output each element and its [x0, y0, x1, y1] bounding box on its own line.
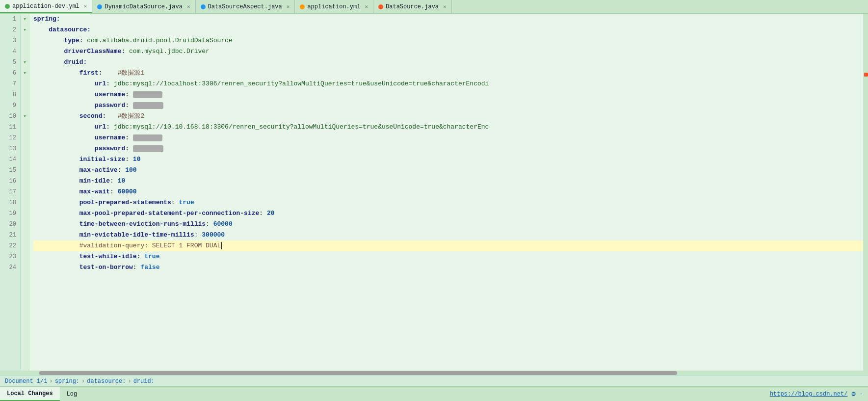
line-num-1: 1	[4, 14, 16, 25]
tab-close-application-yml[interactable]: ✕	[365, 3, 368, 10]
line-num-24: 24	[4, 262, 16, 273]
code-line-13: password:	[33, 143, 863, 154]
tab-label-application-yml: application.yml	[307, 3, 360, 10]
status-url[interactable]: https://blog.csdn.net/	[770, 391, 847, 398]
breadcrumb-spring[interactable]: spring:	[55, 378, 79, 385]
code-line-19: max-pool-prepared-statement-per-connecti…	[33, 208, 863, 219]
fold-cell-2[interactable]: ▾	[21, 25, 29, 35]
code-line-4: driverClassName: com.mysql.jdbc.Driver	[33, 46, 863, 57]
tab-datasource-java[interactable]: DataSource.java ✕	[373, 0, 452, 13]
line-num-7: 7	[4, 79, 16, 89]
fold-cell-10[interactable]: ▾	[21, 111, 29, 122]
code-line-8: username:	[33, 89, 863, 100]
tab-icon-yml	[5, 4, 10, 9]
code-line-17: max-wait: 60000	[33, 187, 863, 197]
code-line-2: datasource:	[33, 25, 863, 35]
line-num-11: 11	[4, 122, 16, 133]
code-line-10: second: #数据源2	[33, 111, 863, 122]
vertical-scrollbar[interactable]	[863, 14, 868, 371]
fold-cell-3	[21, 35, 29, 46]
fold-cell-13	[21, 143, 29, 154]
fold-cell-22	[21, 241, 29, 251]
line-num-14: 14	[4, 154, 16, 165]
yaml-key: spring:	[33, 15, 60, 23]
code-line-5: druid:	[33, 57, 863, 68]
line-num-9: 9	[4, 100, 16, 111]
fold-cell-9	[21, 100, 29, 111]
tab-bar: application-dev.yml ✕ DynamicDataSource.…	[0, 0, 868, 14]
fold-cell-20	[21, 219, 29, 230]
status-right: https://blog.csdn.net/ ⚙ -	[770, 390, 868, 398]
line-num-10: 10	[4, 111, 16, 122]
fold-cell-14	[21, 154, 29, 165]
fold-cell-4	[21, 46, 29, 57]
code-line-3: type: com.alibaba.druid.pool.DruidDataSo…	[33, 35, 863, 46]
breadcrumb: Document 1/1 › spring: › datasource: › d…	[0, 375, 868, 386]
code-line-20: time-between-eviction-runs-millis: 60000	[33, 219, 863, 230]
code-line-11: url: jdbc:mysql://10.10.168.18:3306/renr…	[33, 122, 863, 133]
settings-dash: -	[860, 391, 863, 398]
horizontal-scrollbar[interactable]	[0, 371, 868, 375]
code-line-23: test-while-idle: true	[33, 251, 863, 262]
log-label: Log	[67, 391, 78, 398]
fold-cell-1[interactable]: ▾	[21, 14, 29, 25]
fold-cell-8	[21, 89, 29, 100]
code-line-9: password:	[33, 100, 863, 111]
line-num-3: 3	[4, 35, 16, 46]
bottom-tab-log[interactable]: Log	[60, 387, 84, 401]
line-num-5: 5	[4, 57, 16, 68]
tab-datasource-aspect[interactable]: DataSourceAspect.java ✕	[196, 0, 295, 13]
line-num-2: 2	[4, 25, 16, 35]
code-line-21: min-evictable-idle-time-millis: 300000	[33, 230, 863, 241]
fold-cell-7	[21, 79, 29, 89]
local-changes-label: Local Changes	[7, 390, 53, 397]
tab-icon-yml2	[300, 4, 305, 9]
fold-cell-19	[21, 208, 29, 219]
tab-application-yml[interactable]: application.yml ✕	[295, 0, 373, 13]
code-line-7: url: jdbc:mysql://localhost:3306/renren_…	[33, 79, 863, 89]
line-num-22: 22	[4, 241, 16, 251]
code-line-12: username:	[33, 133, 863, 143]
line-num-4: 4	[4, 46, 16, 57]
line-numbers: 123456789101112131415161718192021222324	[0, 14, 21, 371]
fold-cell-21	[21, 230, 29, 241]
tab-icon-java2	[201, 4, 206, 9]
line-num-19: 19	[4, 208, 16, 219]
settings-icon[interactable]: ⚙	[851, 390, 855, 398]
code-editor[interactable]: spring: datasource: type: com.alibaba.dr…	[29, 14, 863, 371]
bottom-bar: Local Changes Log https://blog.csdn.net/…	[0, 386, 868, 401]
fold-cell-24	[21, 262, 29, 273]
breadcrumb-datasource[interactable]: datasource:	[87, 378, 126, 385]
line-num-23: 23	[4, 251, 16, 262]
code-line-18: pool-prepared-statements: true	[33, 197, 863, 208]
tab-close-dynamic-datasource[interactable]: ✕	[187, 3, 190, 10]
line-num-16: 16	[4, 176, 16, 187]
yaml-key: datasource:	[49, 26, 91, 33]
bottom-tab-local-changes[interactable]: Local Changes	[0, 387, 60, 401]
tab-application-dev-yml[interactable]: application-dev.yml ✕	[0, 0, 92, 13]
breadcrumb-druid[interactable]: druid:	[133, 378, 155, 385]
tab-close-datasource-aspect[interactable]: ✕	[287, 3, 290, 10]
scrollbar-thumb[interactable]	[864, 73, 868, 77]
line-num-21: 21	[4, 230, 16, 241]
fold-cell-15	[21, 165, 29, 176]
breadcrumb-doc: Document 1/1	[5, 378, 47, 385]
hscrollbar-thumb[interactable]	[39, 371, 677, 375]
tab-dynamic-datasource[interactable]: DynamicDataSource.java ✕	[92, 0, 195, 13]
tab-icon-java3	[378, 4, 383, 9]
tab-close-application-dev-yml[interactable]: ✕	[84, 3, 87, 9]
line-num-8: 8	[4, 89, 16, 100]
tab-label-datasource-aspect: DataSourceAspect.java	[208, 3, 282, 10]
tab-close-datasource-java[interactable]: ✕	[443, 3, 447, 10]
fold-cell-23	[21, 251, 29, 262]
fold-cell-11	[21, 122, 29, 133]
code-line-22: #validation-query: SELECT 1 FROM DUAL​	[33, 241, 863, 251]
code-line-16: min-idle: 10	[33, 176, 863, 187]
yaml-key: druid:	[64, 58, 87, 66]
fold-cell-16	[21, 176, 29, 187]
line-num-6: 6	[4, 68, 16, 79]
fold-cell-6[interactable]: ▾	[21, 68, 29, 79]
line-num-12: 12	[4, 133, 16, 143]
fold-cell-5[interactable]: ▾	[21, 57, 29, 68]
fold-column: ▾▾▾▾▾	[21, 14, 29, 371]
